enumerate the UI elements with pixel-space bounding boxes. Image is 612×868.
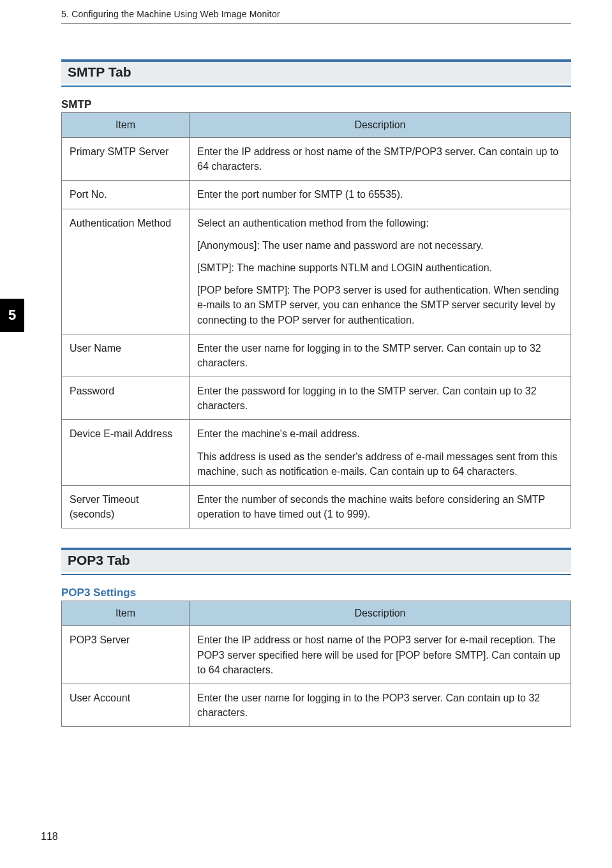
section-rule bbox=[61, 574, 571, 575]
item-cell: Port No. bbox=[62, 181, 190, 209]
desc-para: [SMTP]: The machine supports NTLM and LO… bbox=[197, 260, 563, 275]
desc-cell: Enter the IP address or host name of the… bbox=[190, 626, 571, 684]
sub-title-smtp: SMTP bbox=[61, 98, 571, 111]
desc-para: Enter the machine's e-mail address. bbox=[197, 426, 563, 441]
table-smtp: Item Description Primary SMTP Server Ent… bbox=[61, 112, 571, 528]
section-rule bbox=[61, 86, 571, 87]
page-number: 118 bbox=[41, 831, 58, 842]
table-row: User Name Enter the user name for loggin… bbox=[62, 334, 571, 377]
col-item: Item bbox=[62, 113, 190, 138]
item-cell: User Name bbox=[62, 334, 190, 377]
desc-para: [Anonymous]: The user name and password … bbox=[197, 238, 563, 253]
item-cell: Server Timeout (seconds) bbox=[62, 486, 190, 528]
desc-cell: Enter the IP address or host name of the… bbox=[190, 138, 571, 181]
item-cell: Password bbox=[62, 377, 190, 420]
col-description: Description bbox=[190, 601, 571, 626]
running-head: 5. Configuring the Machine Using Web Ima… bbox=[61, 9, 571, 24]
section-title-pop3: POP3 Tab bbox=[68, 553, 565, 568]
desc-para: Enter the number of seconds the machine … bbox=[197, 492, 563, 521]
col-item: Item bbox=[62, 601, 190, 626]
desc-cell: Enter the machine's e-mail address. This… bbox=[190, 420, 571, 486]
table-header-row: Item Description bbox=[62, 601, 571, 626]
table-pop3: Item Description POP3 Server Enter the I… bbox=[61, 601, 571, 727]
desc-cell: Enter the number of seconds the machine … bbox=[190, 486, 571, 528]
table-row: Server Timeout (seconds) Enter the numbe… bbox=[62, 486, 571, 528]
desc-para: Enter the password for logging in to the… bbox=[197, 384, 563, 413]
desc-para: Enter the port number for SMTP (1 to 655… bbox=[197, 187, 563, 202]
desc-cell: Enter the port number for SMTP (1 to 655… bbox=[190, 181, 571, 209]
desc-cell: Enter the user name for logging in to th… bbox=[190, 684, 571, 726]
desc-para: [POP before SMTP]: The POP3 server is us… bbox=[197, 283, 563, 327]
desc-cell: Enter the password for logging in to the… bbox=[190, 377, 571, 420]
table-row: User Account Enter the user name for log… bbox=[62, 684, 571, 726]
table-row: Primary SMTP Server Enter the IP address… bbox=[62, 138, 571, 181]
table-row: Authentication Method Select an authenti… bbox=[62, 209, 571, 334]
item-cell: Device E-mail Address bbox=[62, 420, 190, 486]
section-smtp: SMTP Tab SMTP Item Description Primary S… bbox=[61, 59, 571, 528]
col-description: Description bbox=[190, 113, 571, 138]
item-cell: User Account bbox=[62, 684, 190, 726]
section-title-smtp: SMTP Tab bbox=[68, 64, 565, 80]
desc-cell: Enter the user name for logging in to th… bbox=[190, 334, 571, 377]
desc-para: Enter the IP address or host name of the… bbox=[197, 632, 563, 677]
section-heading-band: SMTP Tab bbox=[61, 62, 571, 84]
table-row: Password Enter the password for logging … bbox=[62, 377, 571, 420]
item-cell: Primary SMTP Server bbox=[62, 138, 190, 181]
desc-para: Select an authentication method from the… bbox=[197, 216, 563, 230]
document-page: 5. Configuring the Machine Using Web Ima… bbox=[0, 0, 612, 868]
table-row: Device E-mail Address Enter the machine'… bbox=[62, 420, 571, 486]
desc-cell: Select an authentication method from the… bbox=[190, 209, 571, 334]
chapter-side-tab: 5 bbox=[0, 299, 24, 332]
item-cell: Authentication Method bbox=[62, 209, 190, 334]
sub-title-pop3: POP3 Settings bbox=[61, 587, 571, 599]
desc-para: Enter the user name for logging in to th… bbox=[197, 691, 563, 720]
section-heading-band: POP3 Tab bbox=[61, 550, 571, 572]
table-header-row: Item Description bbox=[62, 113, 571, 138]
desc-para: Enter the IP address or host name of the… bbox=[197, 144, 563, 174]
desc-para: Enter the user name for logging in to th… bbox=[197, 341, 563, 370]
section-pop3: POP3 Tab POP3 Settings Item Description … bbox=[61, 548, 571, 727]
table-row: Port No. Enter the port number for SMTP … bbox=[62, 181, 571, 209]
table-row: POP3 Server Enter the IP address or host… bbox=[62, 626, 571, 684]
desc-para: This address is used as the sender's add… bbox=[197, 449, 563, 479]
item-cell: POP3 Server bbox=[62, 626, 190, 684]
